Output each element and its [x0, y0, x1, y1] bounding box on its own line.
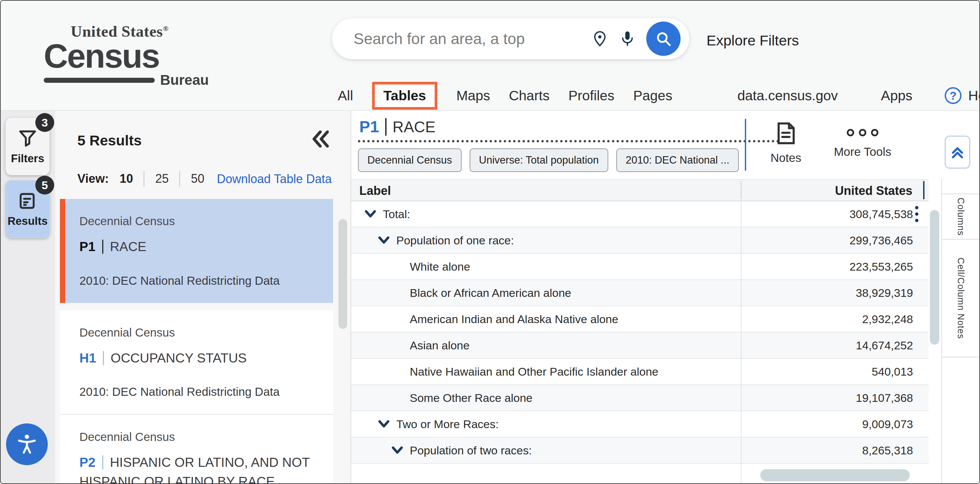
- tab-tables[interactable]: Tables: [372, 82, 438, 110]
- result-card-p2[interactable]: Decennial Census P2HISPANIC OR LATINO, A…: [60, 415, 333, 484]
- expand-chevron-icon[interactable]: [391, 444, 404, 457]
- table-row[interactable]: Population of two races: 8,265,318: [351, 438, 929, 464]
- filters-button[interactable]: 3 Filters: [5, 118, 50, 175]
- row-label-cell: Total:: [351, 201, 741, 227]
- tab-maps[interactable]: Maps: [456, 88, 490, 103]
- divider: [179, 170, 180, 187]
- more-tools-dots-icon: [822, 129, 903, 136]
- row-label-cell: Some Other Race alone: [351, 385, 741, 411]
- expand-chevron-icon[interactable]: [377, 234, 390, 247]
- column-divider[interactable]: [741, 181, 741, 199]
- row-label: Population of one race:: [396, 234, 514, 247]
- help-menu[interactable]: ? Help: [945, 87, 980, 104]
- horizontal-scrollbar[interactable]: [760, 469, 910, 481]
- column-divider: [741, 464, 741, 484]
- table-id: P2: [80, 455, 95, 470]
- table-id: H1: [80, 351, 96, 365]
- table-row[interactable]: Two or More Races: 9,009,073: [351, 411, 929, 438]
- view-option-50[interactable]: 50: [191, 172, 204, 186]
- table-row[interactable]: Native Hawaiian and Other Pacific Island…: [351, 359, 929, 385]
- divider: [942, 179, 979, 194]
- table-row[interactable]: Total: 308,745,538: [351, 201, 929, 228]
- notes-button[interactable]: Notes: [764, 121, 808, 165]
- logo-underline-bar: [44, 78, 155, 83]
- row-value: 2,932,248: [741, 306, 929, 332]
- row-label-cell: Two or More Races:: [351, 411, 741, 437]
- search-button[interactable]: [646, 22, 681, 56]
- results-panel: 5 Results View: 10 25 50 Download Table …: [55, 111, 351, 484]
- table-title: OCCUPANCY STATUS: [111, 351, 247, 365]
- tag-universe[interactable]: Universe: Total population: [469, 148, 608, 172]
- right-tab-rail: Columns Cell/Column Notes: [941, 179, 979, 483]
- row-value: 8,265,318: [741, 438, 929, 463]
- tag-program[interactable]: Decennial Census: [358, 148, 461, 172]
- dotted-underline: [358, 130, 779, 142]
- table-tags: Decennial Census Universe: Total populat…: [358, 148, 739, 172]
- row-label-cell: Population of two races:: [351, 438, 741, 463]
- filters-count-badge: 3: [35, 113, 54, 132]
- registered-mark: ®: [163, 24, 169, 33]
- results-count-badge: 5: [35, 176, 54, 194]
- notes-document-icon: [773, 121, 798, 146]
- census-bureau-logo[interactable]: United States® Census Bureau: [44, 22, 209, 88]
- header-links: data.census.gov Apps ? Help: [737, 81, 980, 110]
- view-option-25[interactable]: 25: [155, 172, 169, 186]
- microphone-icon[interactable]: [619, 30, 636, 48]
- tag-dataset[interactable]: 2010: DEC National ...: [616, 148, 739, 172]
- divider: [103, 351, 104, 365]
- tab-profiles[interactable]: Profiles: [568, 88, 614, 103]
- table-row[interactable]: American Indian and Alaska Native alone …: [351, 306, 929, 333]
- label-column-header: Label: [359, 184, 391, 198]
- row-label-cell: American Indian and Alaska Native alone: [351, 306, 741, 332]
- dataset-label: 2010: DEC National Redistricting Data: [80, 385, 320, 398]
- more-tools-button[interactable]: More Tools: [822, 126, 903, 159]
- row-label-cell: Population of one race:: [351, 228, 741, 253]
- row-value: 540,013: [741, 359, 929, 384]
- table-row[interactable]: Black or African American alone 38,929,3…: [351, 280, 929, 306]
- tab-cell-column-notes[interactable]: Cell/Column Notes: [942, 240, 979, 357]
- results-scrollbar[interactable]: [339, 219, 347, 329]
- row-value: 299,736,465: [741, 228, 929, 253]
- view-size-switcher: View: 10 25 50: [77, 170, 205, 187]
- row-menu-icon[interactable]: [915, 206, 918, 222]
- site-link[interactable]: data.census.gov: [737, 88, 838, 103]
- explore-filters-link[interactable]: Explore Filters: [706, 32, 799, 49]
- divider: [144, 170, 144, 187]
- collapse-panel-icon[interactable]: [310, 128, 331, 150]
- accessibility-button[interactable]: [6, 424, 48, 465]
- divider: [745, 119, 746, 170]
- tab-pages[interactable]: Pages: [633, 88, 672, 103]
- table-title: RACE: [110, 239, 146, 254]
- geo-column-header[interactable]: United States: [835, 184, 912, 198]
- table-title: HISPANIC OR LATINO, AND NOT HISPANIC OR …: [80, 455, 310, 484]
- table-row[interactable]: White alone 223,553,265: [351, 254, 929, 280]
- top-header: United States® Census Bureau: [1, 1, 979, 111]
- row-value: 9,009,073: [741, 411, 929, 437]
- download-table-data-link[interactable]: Download Table Data: [216, 172, 332, 186]
- expand-chevron-icon[interactable]: [377, 418, 390, 430]
- result-card-h1[interactable]: Decennial Census H1OCCUPANCY STATUS 2010…: [60, 310, 333, 415]
- row-value: 14,674,252: [741, 333, 929, 358]
- row-label: Total:: [383, 208, 410, 221]
- table-header-row: Label United States: [351, 179, 929, 201]
- expand-chevron-icon[interactable]: [364, 208, 377, 220]
- results-list: Decennial Census P1RACE 2010: DEC Nation…: [60, 199, 333, 484]
- tab-charts[interactable]: Charts: [509, 88, 550, 103]
- search-input[interactable]: [353, 30, 581, 48]
- tab-all[interactable]: All: [338, 88, 353, 103]
- apps-link[interactable]: Apps: [881, 88, 912, 103]
- table-row[interactable]: Asian alone 14,674,252: [351, 333, 929, 359]
- collapse-header-button[interactable]: [945, 135, 970, 169]
- help-question-icon: ?: [945, 87, 961, 104]
- results-button[interactable]: 5 Results: [5, 180, 50, 238]
- view-option-10[interactable]: 10: [119, 172, 133, 186]
- result-card-p1[interactable]: Decennial Census P1RACE 2010: DEC Nation…: [60, 199, 333, 303]
- magnifier-icon: [654, 30, 673, 48]
- vertical-scrollbar[interactable]: [930, 210, 939, 345]
- row-label: Two or More Races:: [396, 418, 499, 431]
- tab-columns[interactable]: Columns: [942, 194, 979, 240]
- table-row[interactable]: Population of one race: 299,736,465: [351, 228, 929, 254]
- row-value: 308,745,538: [741, 201, 929, 227]
- table-row[interactable]: Some Other Race alone 19,107,368: [351, 385, 929, 411]
- location-pin-icon[interactable]: [591, 30, 609, 48]
